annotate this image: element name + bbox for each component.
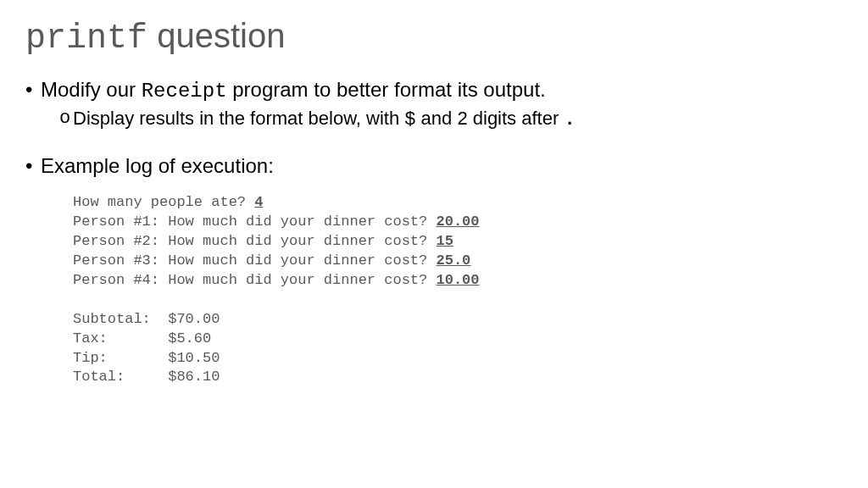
bullet-1: Modify our Receipt program to better for… — [25, 78, 843, 103]
log-a4: 10.00 — [436, 272, 479, 288]
log-a0: 4 — [254, 194, 263, 210]
sub-1-code1: $ — [404, 109, 415, 130]
log-q0: How many people ate? — [73, 194, 254, 210]
sub-bullet-1: Display results in the format below, wit… — [25, 108, 843, 130]
title-code: printf — [25, 19, 147, 58]
log-a3: 25.0 — [436, 252, 470, 269]
log-a1: 20.00 — [436, 214, 479, 230]
bullet-2: Example log of execution: — [25, 154, 843, 178]
bullet-list: Modify our Receipt program to better for… — [25, 78, 843, 103]
bullet-1-code: Receipt — [142, 80, 227, 103]
log-q2: Person #2: How much did your dinner cost… — [73, 233, 436, 249]
sub-bullet-list: Display results in the format below, wit… — [25, 108, 843, 130]
example-log: How many people ate? 4 Person #1: How mu… — [25, 193, 843, 387]
sub-1-code2: . — [564, 109, 575, 130]
slide: printf question Modify our Receipt progr… — [0, 0, 868, 404]
log-tax: Tax: $5.60 — [73, 330, 211, 347]
sub-1-mid: and 2 digits after — [415, 108, 564, 129]
title-rest: question — [147, 17, 285, 54]
bullet-1-post: program to better format its output. — [227, 78, 546, 101]
log-subtotal: Subtotal: $70.00 — [73, 311, 220, 327]
log-a2: 15 — [436, 233, 453, 249]
slide-title: printf question — [25, 17, 843, 58]
bullet-list-2: Example log of execution: — [25, 154, 843, 178]
log-total: Total: $86.10 — [73, 369, 220, 385]
log-q3: Person #3: How much did your dinner cost… — [73, 252, 436, 269]
sub-1-pre: Display results in the format below, wit… — [73, 108, 404, 129]
bullet-1-pre: Modify our — [41, 78, 142, 101]
log-q4: Person #4: How much did your dinner cost… — [73, 272, 436, 288]
log-tip: Tip: $10.50 — [73, 350, 220, 366]
log-q1: Person #1: How much did your dinner cost… — [73, 214, 436, 230]
